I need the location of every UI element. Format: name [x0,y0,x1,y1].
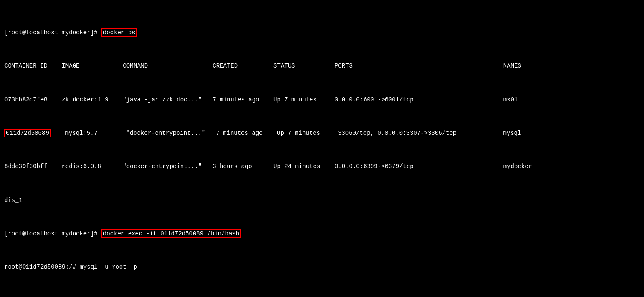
line-exec: [root@localhost mydocker]# docker exec -… [4,230,640,238]
line-mysql: 011d72d50089 mysql:5.7 "docker-entrypoin… [4,129,640,138]
prompt-1: [root@localhost mydocker]# [4,29,101,36]
container-id-mysql: 011d72d50089 [4,129,51,137]
line-1: [root@localhost mydocker]# docker ps [4,29,640,37]
line-mysql-login: root@011d72d50089:/# mysql -u root -p [4,263,640,272]
terminal-window: [root@localhost mydocker]# docker ps CON… [4,3,640,297]
line-redis: 8ddc39f30bff redis:6.0.8 "docker-entrypo… [4,163,640,171]
cmd-docker-exec: docker exec -it 011d72d50089 /bin/bash [101,229,241,238]
cmd-docker-ps: docker ps [101,28,137,37]
line-ms01: 073bb82c7fe8 zk_docker:1.9 "java -jar /z… [4,96,640,104]
line-dis1: dis_1 [4,196,640,205]
prompt-exec: [root@localhost mydocker]# [4,230,101,237]
line-header: CONTAINER ID IMAGE COMMAND CREATED STATU… [4,62,640,71]
